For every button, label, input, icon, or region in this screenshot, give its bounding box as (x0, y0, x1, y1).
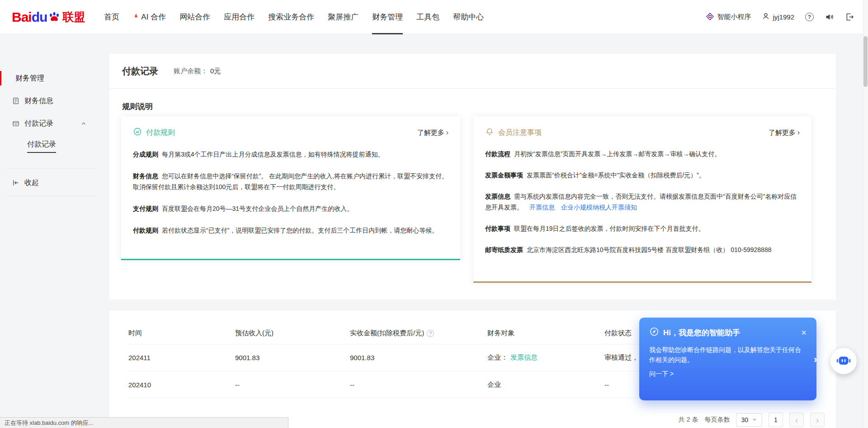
browser-status-bar: 正在等待 xlab.baidu.com 的响应... (0, 417, 288, 428)
rules-section-title: 规则说明 (122, 101, 836, 112)
nav-item-ai-cooperation[interactable]: AI 合作 (133, 0, 166, 34)
account-balance: 账户余额： 0元 (174, 67, 221, 76)
prev-page-button[interactable]: ‹ (789, 413, 804, 427)
sidebar-subitem-label: 付款记录 (27, 140, 56, 153)
assistant-header: Hi，我是您的智能助手 × (649, 327, 807, 338)
more-label: 了解更多 (769, 128, 796, 137)
rule-paragraph: 付款事项联盟在每月19日之后签收的发票，付款时间安排在下个月首批支付。 (485, 223, 800, 234)
logo-text-bai: Bai (12, 10, 32, 25)
nav-label: 网站合作 (179, 0, 210, 34)
payment-rules-more-link[interactable]: 了解更多 › (417, 128, 448, 137)
next-page-button[interactable]: › (810, 413, 825, 427)
compass-icon (649, 327, 659, 338)
sidebar-item-payment-records[interactable]: 付款记录 (0, 112, 109, 135)
assistant-launcher-button[interactable] (830, 348, 857, 374)
cell-entity: 企业：发票信息 (487, 353, 604, 362)
rule-paragraph: 发票信息需与系统内发票信息内容完全一致，否则无法支付。请根据发票信息页面中“百度… (485, 191, 800, 213)
wallet-icon (12, 119, 20, 128)
collapse-icon (12, 179, 20, 187)
smart-miniprogram-link[interactable]: 智能小程序 (706, 12, 751, 22)
nav-label: 首页 (104, 0, 119, 34)
robot-icon (836, 352, 851, 370)
nav-label: 搜索业务合作 (268, 0, 314, 34)
cell-entity: 企业 (487, 380, 604, 389)
col-time: 时间 (128, 329, 235, 338)
cell-time: 202411 (128, 354, 235, 361)
sidebar-collapse-label: 收起 (24, 178, 39, 188)
close-icon[interactable]: × (801, 328, 807, 337)
nav-item-toolkit[interactable]: 工具包 (416, 0, 439, 34)
cell-actual: -- (350, 381, 487, 389)
expand-chevron-icon[interactable]: › (814, 354, 817, 366)
speaker-icon[interactable] (825, 12, 834, 22)
sidebar-collapse-button[interactable]: 收起 (0, 171, 109, 194)
rule-paragraph: 付款规则若付款状态显示“已支付”，说明联盟已安排了您的付款。支付后三个工作日内到… (133, 225, 448, 236)
paw-icon (48, 11, 61, 24)
chevron-up-icon (80, 120, 87, 127)
invoice-info-table-link[interactable]: 发票信息 (510, 353, 538, 361)
rule-paragraph: 支付规则百度联盟会在每月20号—31号支付企业会员上个自然月产生的收入。 (133, 203, 448, 214)
page-title: 付款记录 (122, 65, 158, 77)
nav-item-help-center[interactable]: 帮助中心 (453, 0, 484, 34)
logout-icon[interactable] (845, 12, 854, 22)
user-icon (762, 12, 770, 22)
rule-paragraph: 付款流程月初按“发票信息”页面开具发票→上传发票→邮寄发票→审核→确认支付。 (485, 148, 800, 159)
sidebar-item-label: 付款记录 (24, 119, 53, 128)
rule-paragraph: 分成规则每月第3或4个工作日产出上月分成信息及发票信息，如有特殊情况将提前通知。 (133, 149, 448, 160)
assistant-message: 我会帮助您诊断合作链路问题，以及解答您关于任何合作相关的问题。 (649, 345, 803, 365)
help-icon[interactable]: ? (805, 13, 814, 21)
status-text: 正在等待 xlab.baidu.com 的响应... (5, 419, 94, 427)
miniprogram-icon (706, 12, 714, 22)
sidebar-item-finance-info[interactable]: 财务信息 (0, 90, 109, 112)
nav-item-app-cooperation[interactable]: 应用合作 (224, 0, 255, 34)
username-label: jyj1992 (773, 13, 794, 21)
document-icon (12, 97, 20, 105)
sidebar-title-finance-management[interactable]: 财务管理 (0, 67, 109, 90)
payment-rules-title: 付款规则 (146, 128, 175, 138)
nav-label: AI 合作 (141, 0, 166, 34)
main-content-card: 付款记录 账户余额： 0元 规则说明 付款规则 了解更多 › 分成规则每月第3或… (109, 54, 836, 300)
rule-paragraph: 发票金额事项发票票面“价税合计”金额=系统中“实收金额（扣除税费后/元）”。 (485, 170, 800, 181)
page-header: 付款记录 账户余额： 0元 (109, 54, 836, 89)
miniprogram-label: 智能小程序 (717, 13, 751, 21)
user-account[interactable]: jyj1992 (762, 12, 794, 22)
nav-label: 应用合作 (224, 0, 255, 34)
nav-item-website-cooperation[interactable]: 网站合作 (179, 0, 210, 34)
sidebar-subitem-payment-records[interactable]: 付款记录 (0, 135, 109, 157)
sidebar-divider (6, 196, 97, 196)
baidu-union-logo[interactable]: Baidu 联盟 (12, 10, 85, 25)
nav-label: 帮助中心 (453, 0, 484, 34)
sidebar-divider (6, 168, 97, 169)
nav-label: 工具包 (416, 0, 439, 34)
current-page-number[interactable]: 1 (769, 413, 783, 427)
cell-time: 202410 (128, 381, 235, 389)
nav-item-search-business[interactable]: 搜索业务合作 (268, 0, 314, 34)
balance-label: 账户余额： (174, 67, 208, 76)
member-notes-title: 会员注意事项 (498, 128, 542, 138)
question-icon[interactable]: ? (427, 330, 434, 337)
nav-label: 聚屏推广 (328, 0, 359, 34)
ask-button[interactable]: 问一下 > (649, 370, 674, 378)
per-page-select[interactable]: 30 (736, 413, 762, 427)
per-page-label: 每页条数 (704, 416, 730, 424)
payment-rules-header: 付款规则 了解更多 › (133, 127, 448, 138)
member-notes-icon (485, 127, 494, 138)
col-finance-entity: 财务对象 (487, 329, 604, 338)
total-count-label: 共 2 条 (679, 416, 698, 424)
member-notes-header: 会员注意事项 了解更多 › (485, 127, 800, 138)
col-actual-amount: 实收金额(扣除税费后/元)? (350, 329, 487, 338)
member-notes-more-link[interactable]: 了解更多 › (769, 128, 800, 137)
assistant-title: Hi，我是您的智能助手 (663, 328, 740, 338)
invoice-info-link[interactable]: 开票信息 (529, 204, 555, 211)
logo-text-union: 联盟 (62, 10, 85, 24)
per-page-value: 30 (741, 416, 748, 423)
nav-item-finance-management[interactable]: 财务管理 (372, 0, 403, 34)
nav-item-home[interactable]: 首页 (104, 0, 119, 34)
chevron-right-icon: › (446, 128, 448, 137)
scrollbar-thumb[interactable] (863, 36, 868, 87)
scrollbar (863, 0, 868, 428)
small-taxpayer-invoice-link[interactable]: 企业小规模纳税人开票须知 (561, 204, 637, 211)
chevron-right-icon: › (797, 128, 800, 137)
nav-item-screen-promotion[interactable]: 聚屏推广 (328, 0, 359, 34)
rule-paragraph: 邮寄纸质发票北京市海淀区西北旺东路10号院百度科技园5号楼 百度联盟财务组（收）… (485, 244, 800, 255)
